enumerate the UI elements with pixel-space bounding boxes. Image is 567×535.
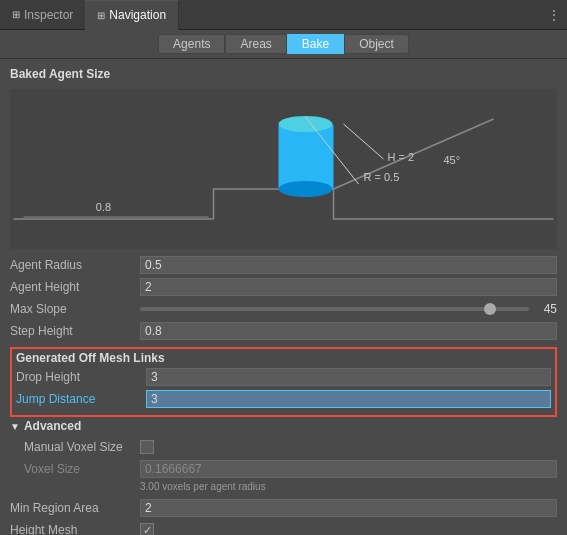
inspector-icon: ⊞ (12, 9, 20, 20)
agent-radius-row: Agent Radius 0.5 (10, 255, 557, 275)
max-slope-row: Max Slope 45 (10, 299, 557, 319)
jump-distance-label: Jump Distance (16, 392, 146, 406)
sub-tab-agents[interactable]: Agents (158, 34, 225, 54)
baked-agent-size-title: Baked Agent Size (10, 67, 557, 81)
manual-voxel-checkbox[interactable] (140, 440, 154, 454)
min-region-area-label: Min Region Area (10, 501, 140, 515)
drop-height-value[interactable]: 3 (146, 368, 551, 386)
advanced-section: ▼ Advanced Manual Voxel Size Voxel Size … (10, 419, 557, 535)
navigation-icon: ⊞ (97, 10, 105, 21)
svg-point-6 (279, 181, 333, 197)
svg-text:H = 2: H = 2 (388, 151, 415, 163)
svg-line-9 (344, 124, 384, 159)
tab-bar: ⊞ Inspector ⊞ Navigation ⋮ (0, 0, 567, 30)
sub-tab-bar: Agents Areas Bake Object (0, 30, 567, 59)
agent-height-row: Agent Height 2 (10, 277, 557, 297)
max-slope-track (140, 307, 529, 311)
step-height-row: Step Height 0.8 (10, 321, 557, 341)
height-mesh-label: Height Mesh (10, 523, 140, 535)
manual-voxel-label: Manual Voxel Size (10, 440, 140, 454)
tab-navigation[interactable]: ⊞ Navigation (85, 0, 179, 30)
tab-navigation-label: Navigation (109, 8, 166, 22)
svg-rect-4 (279, 124, 334, 189)
diagram-svg: 0.8 R = 0.5 H = 2 45° (10, 89, 557, 249)
tab-menu-icon[interactable]: ⋮ (547, 7, 567, 23)
voxel-size-label: Voxel Size (10, 462, 140, 476)
advanced-title[interactable]: ▼ Advanced (10, 419, 557, 433)
drop-height-label: Drop Height (16, 370, 146, 384)
max-slope-label: Max Slope (10, 302, 140, 316)
jump-distance-row: Jump Distance 3 (16, 389, 551, 409)
svg-text:R = 0.5: R = 0.5 (364, 171, 400, 183)
sub-tab-areas[interactable]: Areas (225, 34, 286, 54)
sub-tab-object[interactable]: Object (344, 34, 409, 54)
agent-height-value[interactable]: 2 (140, 278, 557, 296)
generated-off-mesh-title: Generated Off Mesh Links (16, 351, 551, 365)
advanced-label: Advanced (24, 419, 81, 433)
voxel-size-row: Voxel Size 0.1666667 (10, 459, 557, 479)
main-content: Baked Agent Size 0.8 R = 0.5 (0, 59, 567, 535)
agent-radius-value[interactable]: 0.5 (140, 256, 557, 274)
sub-tab-bake[interactable]: Bake (287, 34, 344, 54)
svg-text:45°: 45° (444, 154, 461, 166)
manual-voxel-row: Manual Voxel Size (10, 437, 557, 457)
max-slope-value: 45 (533, 302, 557, 316)
agent-diagram: 0.8 R = 0.5 H = 2 45° (10, 89, 557, 249)
step-height-value[interactable]: 0.8 (140, 322, 557, 340)
voxel-size-value: 0.1666667 (140, 460, 557, 478)
tab-inspector[interactable]: ⊞ Inspector (0, 0, 85, 30)
min-region-area-row: Min Region Area 2 (10, 498, 557, 518)
height-mesh-row: Height Mesh (10, 520, 557, 535)
height-mesh-checkbox[interactable] (140, 523, 154, 535)
svg-text:0.8: 0.8 (96, 201, 111, 213)
drop-height-row: Drop Height 3 (16, 367, 551, 387)
min-region-area-value[interactable]: 2 (140, 499, 557, 517)
max-slope-slider-container[interactable]: 45 (140, 300, 557, 318)
tab-inspector-label: Inspector (24, 8, 73, 22)
agent-radius-label: Agent Radius (10, 258, 140, 272)
svg-point-5 (279, 116, 333, 132)
generated-off-mesh-section: Generated Off Mesh Links Drop Height 3 J… (10, 347, 557, 417)
advanced-arrow-icon: ▼ (10, 421, 20, 432)
jump-distance-value[interactable]: 3 (146, 390, 551, 408)
max-slope-thumb[interactable] (484, 303, 496, 315)
step-height-label: Step Height (10, 324, 140, 338)
voxel-hint: 3.00 voxels per agent radius (10, 481, 557, 492)
agent-height-label: Agent Height (10, 280, 140, 294)
